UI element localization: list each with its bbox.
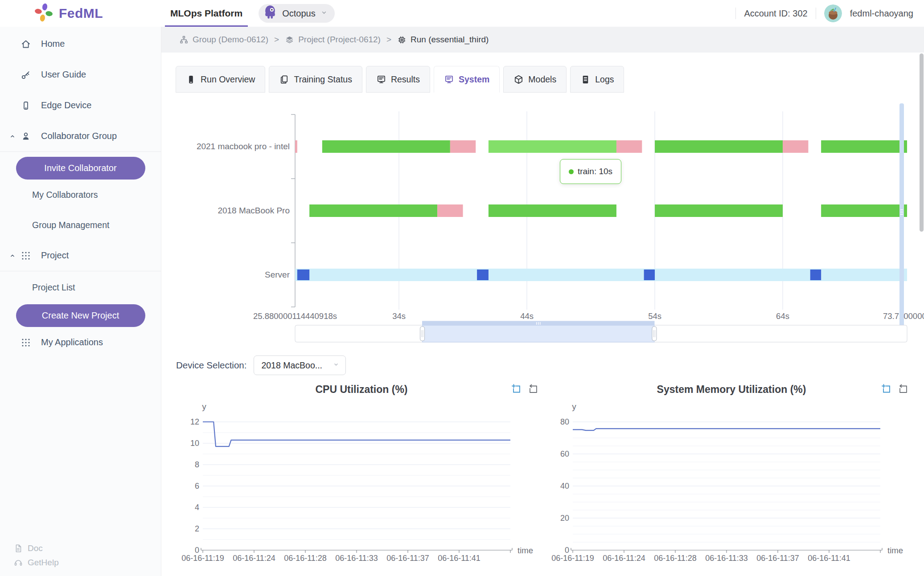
- octopus-icon: [262, 4, 278, 23]
- tab-system[interactable]: System: [434, 66, 500, 93]
- sidebar-item-user-guide[interactable]: User Guide: [0, 59, 161, 90]
- footer-link-doc[interactable]: Doc: [13, 542, 59, 555]
- data-zoom-icon[interactable]: [881, 384, 891, 394]
- svg-text:06-16-11:41: 06-16-11:41: [438, 554, 480, 563]
- gantt-bar-comm: [450, 140, 476, 153]
- cube-icon: [513, 74, 524, 85]
- device-selection-label: Device Selection:: [176, 360, 246, 371]
- tooltip-text: train: 10s: [578, 167, 612, 176]
- series-cpu: [203, 422, 510, 446]
- gantt-bar-train_highlight: [489, 140, 616, 153]
- top-bar: FedML MLOps Platform Octopus Account ID:…: [0, 0, 924, 27]
- cpu-plot[interactable]: 024681012y06-16-11:1906-16-11:2406-16-11…: [175, 381, 548, 576]
- username[interactable]: fedml-chaoyang: [850, 8, 913, 19]
- chevron-down-icon: [320, 8, 329, 19]
- memory-utilization-chart: System Memory Utilization (%) 020406080y…: [545, 381, 918, 576]
- gantt-bar-comm: [437, 204, 463, 217]
- gantt-bar-train: [309, 204, 437, 217]
- tab-label: System: [459, 74, 489, 85]
- chevron-up-icon[interactable]: [8, 132, 17, 141]
- fedml-clover-icon: [34, 3, 53, 24]
- tab-label: Logs: [595, 74, 614, 85]
- invite-collaborator-button[interactable]: Invite Collaborator: [16, 157, 145, 180]
- workspace-switcher[interactable]: Octopus: [259, 4, 334, 23]
- sidebar-item-collaborator-group[interactable]: Collaborator Group: [0, 121, 161, 151]
- breadcrumb-item-group-demo-0612[interactable]: Group (Demo-0612): [179, 35, 268, 45]
- fedml-logo[interactable]: FedML: [0, 3, 161, 24]
- sidebar-item-label: My Collaborators: [32, 190, 98, 200]
- book-icon: [279, 74, 289, 85]
- svg-text:4: 4: [195, 503, 199, 512]
- divider: [735, 8, 736, 19]
- sidebar-item-label: Edge Device: [41, 100, 91, 110]
- sidebar-item-group-management[interactable]: Group Management: [0, 210, 161, 240]
- tab-results[interactable]: Results: [366, 66, 430, 93]
- svg-text:80: 80: [560, 417, 569, 426]
- sidebar-item-label: Group Management: [32, 220, 109, 230]
- svg-text:06-16-11:19: 06-16-11:19: [551, 554, 594, 563]
- svg-text:54s: 54s: [648, 311, 661, 321]
- svg-text:time: time: [887, 546, 903, 555]
- vertical-datazoom: [899, 103, 904, 339]
- footer-link-gethelp[interactable]: GetHelp: [13, 556, 59, 569]
- svg-text:0: 0: [195, 546, 199, 555]
- tab-training-status[interactable]: Training Status: [269, 66, 362, 93]
- svg-text:06-16-11:28: 06-16-11:28: [654, 554, 697, 563]
- phone-icon: [186, 74, 196, 85]
- svg-text:60: 60: [560, 449, 569, 458]
- breadcrumb-item-project-project-0612[interactable]: Project (Project-0612): [285, 35, 381, 45]
- grid-icon: [21, 337, 31, 348]
- footer-link-label: GetHelp: [28, 558, 59, 568]
- gridlines: [573, 422, 880, 542]
- layers-icon: [285, 35, 294, 45]
- device-select[interactable]: 2018 MacBoo...: [254, 355, 346, 375]
- svg-text:10: 10: [190, 439, 199, 448]
- gantt-bar-train: [655, 140, 783, 153]
- sidebar-item-my-collaborators[interactable]: My Collaborators: [0, 180, 161, 210]
- train-legend-dot: [569, 169, 574, 174]
- memory-plot[interactable]: 020406080y06-16-11:1906-16-11:2406-16-11…: [545, 381, 918, 576]
- gantt-svg[interactable]: 2021 macbook pro - intel2018 MacBook Pro…: [161, 102, 924, 352]
- sidebar-item-project[interactable]: Project: [0, 240, 161, 271]
- avatar[interactable]: [824, 4, 842, 22]
- sidebar-item-edge-device[interactable]: Edge Device: [0, 90, 161, 121]
- x-axis: 06-16-11:1906-16-11:2406-16-11:2806-16-1…: [181, 546, 533, 563]
- sidebar-item-label: Collaborator Group: [41, 131, 117, 141]
- sitemap-icon: [179, 35, 189, 45]
- device-timeline-chart: 2021 macbook pro - intel2018 MacBook Pro…: [161, 102, 924, 352]
- sidebar-item-my-applications[interactable]: My Applications: [0, 327, 161, 358]
- home-icon: [21, 39, 31, 49]
- sidebar-item-project-list[interactable]: Project List: [0, 271, 161, 303]
- svg-text:06-16-11:41: 06-16-11:41: [808, 554, 850, 563]
- page-scrollbar-thumb[interactable]: [920, 53, 924, 232]
- chart-tooltip: train: 10s: [560, 159, 621, 184]
- restore-icon[interactable]: [898, 384, 908, 394]
- gantt-bar-train: [821, 140, 907, 153]
- workspace-name: Octopus: [282, 8, 315, 19]
- breadcrumb-item-run-essential-third: Run (essential_third): [397, 35, 489, 45]
- divider: [816, 8, 816, 19]
- svg-text:06-16-11:37: 06-16-11:37: [756, 554, 799, 563]
- breadcrumb-label: Group (Demo-0612): [193, 35, 268, 45]
- gantt-bar-train: [322, 140, 450, 153]
- chevron-up-icon[interactable]: [8, 251, 17, 260]
- tab-models[interactable]: Models: [503, 66, 567, 93]
- svg-text:2: 2: [195, 524, 199, 533]
- sidebar-item-label: Project List: [32, 282, 75, 293]
- sidebar-footer: DocGetHelp: [0, 542, 59, 569]
- data-zoom-icon[interactable]: [511, 384, 522, 394]
- memory-chart-toolbox: [881, 384, 908, 394]
- gantt-bar-comm: [295, 140, 297, 153]
- svg-text:8: 8: [195, 460, 199, 469]
- tab-logs[interactable]: Logs: [570, 66, 624, 93]
- sidebar-item-home[interactable]: Home: [0, 29, 161, 59]
- sidebar-item-label: Home: [41, 39, 65, 49]
- tab-label: Run Overview: [201, 74, 255, 85]
- tab-run-overview[interactable]: Run Overview: [176, 66, 265, 93]
- gantt-bar-train: [655, 204, 783, 217]
- nav-tab-mlops-platform[interactable]: MLOps Platform: [164, 0, 249, 27]
- restore-icon[interactable]: [528, 384, 538, 394]
- horizontal-datazoom: [295, 321, 907, 342]
- gantt-bar-aggregate: [297, 270, 309, 280]
- create-new-project-button[interactable]: Create New Project: [16, 304, 145, 327]
